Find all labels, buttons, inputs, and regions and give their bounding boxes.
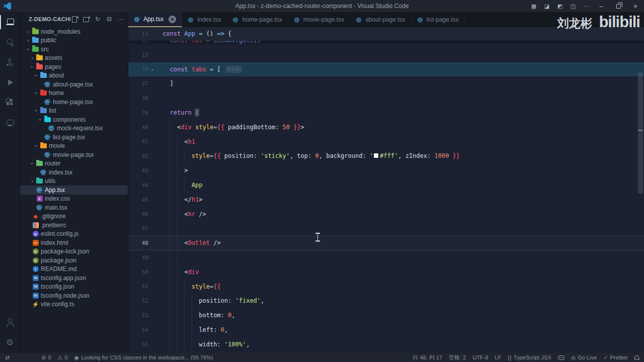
react-file-icon xyxy=(134,16,140,22)
tree-item-home-page-tsx[interactable]: home-page.tsx xyxy=(20,98,128,107)
more-actions-button[interactable]: ··· xyxy=(117,15,125,23)
tree-item-public[interactable]: ›public xyxy=(20,36,128,45)
tree-item-movie[interactable]: ›movie xyxy=(20,142,128,151)
code-editor[interactable]: 12 const nav = useNavigate()1314› const … xyxy=(128,27,644,353)
tree-item-about[interactable]: ›about xyxy=(20,71,128,80)
tree-item-list[interactable]: ›list xyxy=(20,107,128,116)
tab-index-tsx[interactable]: index.tsx xyxy=(182,12,227,27)
tree-item-package-lock-json[interactable]: {}package-lock.json xyxy=(20,247,128,256)
tree-item-mock-request-tsx[interactable]: mock-request.tsx xyxy=(20,124,128,133)
status-eol[interactable]: LF xyxy=(495,354,501,360)
line-number: 44 xyxy=(128,182,148,189)
tree-item-tsconfig-app-json[interactable]: TStsconfig.app.json xyxy=(20,274,128,283)
tree-item-about-page-tsx[interactable]: about-page.tsx xyxy=(20,80,128,89)
status-css-scan-status[interactable]: ◉Looking for CSS classes in the workspac… xyxy=(74,354,213,361)
tree-item-label: .gitignore xyxy=(41,213,65,220)
tab-about-page-tsx[interactable]: about-page.tsx xyxy=(350,12,411,27)
status-cursor-position[interactable]: 行 48, 列 17 xyxy=(413,354,442,361)
explorer-section-header[interactable]: Z-DEMO-CACHED... ↻⊟··· xyxy=(20,12,128,26)
minimize-button[interactable]: – xyxy=(593,0,610,12)
tab-list-page-tsx[interactable]: list-page.tsx xyxy=(412,12,465,27)
status-language-mode[interactable]: {}TypeScript JSX xyxy=(508,354,551,360)
tab-app-tsx[interactable]: App.tsx✕ xyxy=(128,12,182,27)
new-folder-button[interactable] xyxy=(82,15,90,23)
tree-item-tsconfig-json[interactable]: TStsconfig.json xyxy=(20,283,128,292)
tree-item-list-page-tsx[interactable]: list-page.tsx xyxy=(20,133,128,142)
activity-remote-button[interactable] xyxy=(0,113,20,133)
new-file-button[interactable] xyxy=(70,15,78,23)
folder-icon xyxy=(35,161,44,166)
tree-item-app-tsx[interactable]: App.tsx xyxy=(20,186,128,195)
tree-item-readme-md[interactable]: iREADME.md xyxy=(20,265,128,274)
tab-home-page-tsx[interactable]: home-page.tsx xyxy=(227,12,288,27)
activity-explorer-button[interactable] xyxy=(0,12,20,32)
indent-guide xyxy=(170,178,170,193)
activity-scm-button[interactable] xyxy=(0,52,20,72)
tab-movie-page-tsx[interactable]: movie-page.tsx xyxy=(288,12,350,27)
tree-item-pages[interactable]: ›pages xyxy=(20,62,128,71)
line-number: 40 xyxy=(128,124,148,131)
file-icon xyxy=(43,134,52,140)
indent-guide xyxy=(177,323,178,337)
status-notifications[interactable] xyxy=(634,356,639,359)
fold-collapsed-icon[interactable]: › xyxy=(148,66,156,72)
tree-item-utils[interactable]: ›utils xyxy=(20,177,128,186)
status-text: LF xyxy=(495,354,501,360)
indent-guide xyxy=(192,294,192,308)
tree-item-router[interactable]: ›router xyxy=(20,159,128,168)
tree-item-home[interactable]: ›home xyxy=(20,89,128,98)
restore-button[interactable] xyxy=(610,0,627,12)
tree-item-package-json[interactable]: {}package.json xyxy=(20,256,128,265)
line-number: 14 xyxy=(128,66,148,72)
activity-ext-button[interactable] xyxy=(0,93,20,113)
tree-item-movie-page-tsx[interactable]: movie-page.tsx xyxy=(20,150,128,159)
close-button[interactable]: × xyxy=(627,0,644,12)
code-text: > xyxy=(156,163,188,178)
code-line-37: 37 ] xyxy=(128,76,644,91)
tree-item-src[interactable]: ›src xyxy=(20,45,128,54)
folder-icon xyxy=(31,29,40,34)
tree-item-eslint-config-js[interactable]: eeslint.config.js xyxy=(20,230,128,239)
status-warnings[interactable]: ⚠0 xyxy=(58,354,68,361)
status-go-live[interactable]: ◎Go Live xyxy=(571,354,597,361)
tree-item--prettierrc[interactable]: .prettierrc xyxy=(20,221,128,230)
toggle-panel-icon[interactable]: ◩ xyxy=(553,0,567,12)
folder-icon xyxy=(35,178,44,184)
tab-close-icon[interactable]: ✕ xyxy=(169,16,176,23)
status-remote-indicator[interactable]: ⇄ xyxy=(5,354,10,361)
status-errors[interactable]: ⊘0 xyxy=(41,354,51,361)
sticky-code-line: 11const App = () => { xyxy=(128,27,231,41)
code-line-40: 40 <div style={{ paddingBottom: 50 }}> xyxy=(128,120,644,135)
toggle-primary-sidebar-icon[interactable]: ◪ xyxy=(540,0,553,12)
customize-layout-icon[interactable]: ▦ xyxy=(527,0,540,12)
tree-item-tsconfig-node-json[interactable]: TStsconfig.node.json xyxy=(20,291,128,300)
editor-scrollbar[interactable] xyxy=(638,73,643,194)
status-copilot[interactable] xyxy=(558,355,565,360)
tree-item-assets[interactable]: ›assets xyxy=(20,54,128,63)
tree-item-components[interactable]: ›components xyxy=(20,115,128,124)
activity-search-button[interactable] xyxy=(0,32,20,52)
tree-item--gitignore[interactable]: ◆.gitignore xyxy=(20,212,128,221)
tree-item-node-modules[interactable]: ›node_modules xyxy=(20,27,128,36)
explorer-sidebar: Z-DEMO-CACHED... ↻⊟··· ›node_modules›pub… xyxy=(20,12,128,353)
folder-icon xyxy=(35,64,44,69)
indent-guide xyxy=(177,250,178,265)
more-layout-actions-icon[interactable]: ⋯ xyxy=(580,0,593,12)
activity-debug-button[interactable] xyxy=(0,72,20,93)
refresh-button[interactable]: ↻ xyxy=(94,15,102,23)
tree-item-label: package-lock.json xyxy=(41,248,89,255)
collapse-all-button[interactable]: ⊟ xyxy=(105,15,113,23)
toggle-secondary-sidebar-icon[interactable]: ◫ xyxy=(567,0,580,12)
tree-item-main-tsx[interactable]: main.tsx xyxy=(20,203,128,212)
status-encoding[interactable]: UTF-8 xyxy=(472,354,488,360)
tree-item-index-tsx[interactable]: index.tsx xyxy=(20,168,128,177)
tree-item-vite-config-ts[interactable]: ⚡vite.config.ts xyxy=(20,300,128,309)
status-indentation[interactable]: 空格: 2 xyxy=(449,354,466,361)
tree-item-index-html[interactable]: <>index.html xyxy=(20,238,128,247)
tree-item-index-css[interactable]: #index.css xyxy=(20,195,128,204)
chevron-expanded-icon: › xyxy=(33,108,39,114)
activity-account-button[interactable] xyxy=(0,313,20,333)
status-prettier[interactable]: ✓Prettier xyxy=(603,354,628,361)
activity-gear-button[interactable]: ⚙ xyxy=(0,333,20,353)
indent-guide xyxy=(184,280,185,294)
